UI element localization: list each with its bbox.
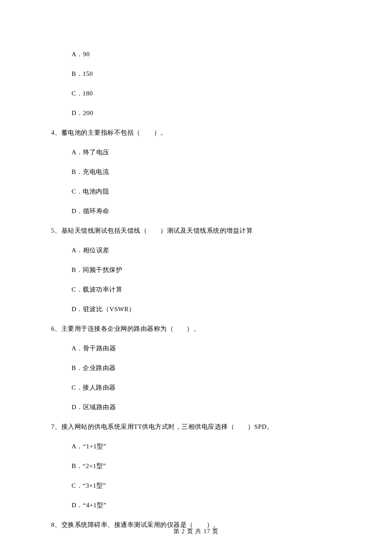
option-c: C．180 bbox=[72, 88, 341, 98]
q7-option-b: B．“2+1型” bbox=[72, 461, 341, 471]
q7-option-a: A．“1+1型” bbox=[72, 441, 341, 451]
q5-option-a: A．相位误差 bbox=[72, 245, 341, 255]
option-a: A．90 bbox=[72, 49, 341, 59]
q6-option-c: C．接人路由器 bbox=[72, 382, 341, 393]
question-7: 7、接入网站的供电系统采用TT供电方式时，三相供电应选择（ ）SPD。 bbox=[51, 422, 341, 432]
q6-option-a: A．骨干路由器 bbox=[72, 343, 341, 353]
q4-option-c: C．电池内阻 bbox=[72, 186, 341, 197]
page-content: A．90 B．150 C．180 D．200 4、蓄电池的主要指标不包括（ ）。… bbox=[0, 0, 392, 530]
q7-option-c: C．“3+1型” bbox=[72, 480, 341, 491]
question-6: 6、主要用于连接各企业网的路由器称为（ ）。 bbox=[51, 324, 341, 334]
q5-option-b: B．同频干扰保护 bbox=[72, 265, 341, 275]
q6-option-b: B．企业路由器 bbox=[72, 363, 341, 373]
q4-option-b: B．充电电流 bbox=[72, 167, 341, 177]
q6-option-d: D．区域路由器 bbox=[72, 402, 341, 412]
option-d: D．200 bbox=[72, 108, 341, 118]
page-footer: 第 2 页 共 17 页 bbox=[0, 527, 392, 536]
q5-option-d: D．驻波比（VSWR） bbox=[72, 304, 341, 314]
question-4: 4、蓄电池的主要指标不包括（ ）。 bbox=[51, 127, 341, 138]
option-b: B．150 bbox=[72, 69, 341, 79]
q4-option-d: D．循环寿命 bbox=[72, 206, 341, 216]
question-5: 5、基站天馈线测试包括天馈线（ ）测试及天馈线系统的增益计算 bbox=[51, 225, 341, 236]
q4-option-a: A．终了电压 bbox=[72, 147, 341, 157]
q5-option-c: C．载波功率计算 bbox=[72, 284, 341, 295]
q7-option-d: D．“4+1型” bbox=[72, 500, 341, 510]
